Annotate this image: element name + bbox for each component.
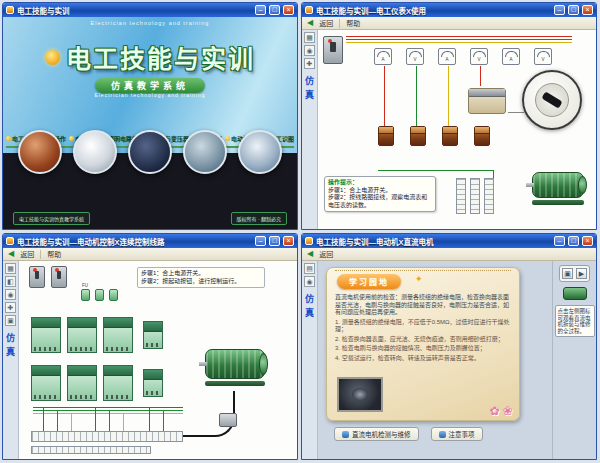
meter-voltmeter[interactable]: V	[534, 48, 552, 65]
tab-notes[interactable]: 注意事项	[431, 427, 483, 441]
tool-icon-grid[interactable]: ▦	[304, 32, 315, 43]
minimize-button[interactable]: –	[554, 5, 565, 15]
tool-icon-book[interactable]: ▤	[304, 263, 315, 274]
terminal-strip[interactable]	[484, 178, 494, 214]
motor[interactable]	[205, 349, 265, 391]
meter-ammeter[interactable]: A	[438, 48, 456, 65]
contactor-block[interactable]	[67, 317, 97, 353]
wire	[33, 413, 183, 414]
contactor-block[interactable]	[103, 317, 133, 353]
terminal-strip[interactable]	[470, 178, 480, 214]
paragraph: 2. 检查换向器表面，应光洁、无烧伤痕迹，否则用细砂纸打磨；	[335, 336, 513, 344]
contactor-block[interactable]	[67, 365, 97, 401]
photo-meter[interactable]	[73, 130, 117, 174]
window-meter-sim: 电工技能与实训—电工仪表X使用 – □ × ◀ 返回 帮助 ▦ ◉ ✚ 仿真	[301, 2, 597, 230]
contactor-block[interactable]	[31, 365, 61, 401]
photo-contactors[interactable]	[238, 130, 282, 174]
rotary-switch-device[interactable]	[468, 88, 506, 114]
wiring-canvas: A V A V A V	[318, 30, 596, 229]
wire	[33, 410, 183, 411]
power-switch[interactable]	[51, 266, 67, 288]
paragraph: 直流电机使用前的检查：测量各绕组的绝缘电阻，检查换向器表面是否光洁，电刷与换向器…	[335, 294, 513, 317]
minimize-button[interactable]: –	[255, 5, 266, 15]
relay-block[interactable]	[143, 369, 163, 397]
tool-icon-motor[interactable]: ◉	[304, 276, 315, 287]
maximize-button[interactable]: □	[568, 236, 579, 246]
minimize-button[interactable]: –	[554, 236, 565, 246]
back-button[interactable]: 返回	[319, 18, 333, 28]
learning-page: 学习园地 ✦ 直流电机使用前的检查：测量各绕组的绝缘电阻，检查换向器表面是否光洁…	[326, 267, 520, 421]
maximize-button[interactable]: □	[269, 5, 280, 15]
motor-photo[interactable]	[337, 377, 383, 412]
tool-icon-wire[interactable]: ✚	[304, 58, 315, 69]
photo-wires[interactable]	[18, 130, 62, 174]
photo-tools[interactable]	[128, 130, 172, 174]
terminal-strip[interactable]	[456, 178, 466, 214]
power-switch[interactable]	[29, 266, 45, 288]
power-switch[interactable]	[323, 36, 343, 64]
meter-ammeter[interactable]: A	[502, 48, 520, 65]
page-text: 直流电机使用前的检查：测量各绕组的绝缘电阻，检查换向器表面是否光洁，电刷与换向器…	[335, 294, 513, 364]
wire	[378, 170, 494, 171]
toolbar: ◀ 返回	[302, 248, 596, 261]
meter-voltmeter[interactable]: V	[470, 48, 488, 65]
photo-motor[interactable]	[183, 130, 227, 174]
bottom-tabs: 直流电机检测与维修 注意事项	[334, 427, 483, 441]
meter-ammeter[interactable]: A	[374, 48, 392, 65]
meter-voltmeter[interactable]: V	[406, 48, 424, 65]
back-button[interactable]: 返回	[319, 249, 333, 259]
tool-icon-button[interactable]: ◉	[5, 289, 16, 300]
close-button[interactable]: ×	[283, 236, 294, 246]
current-transformer[interactable]	[410, 126, 426, 146]
tool-icon-meter[interactable]: ◉	[304, 45, 315, 56]
close-button[interactable]: ×	[582, 5, 593, 15]
motor-thumbnail[interactable]	[563, 287, 587, 300]
zoom-view-button[interactable]: ▣	[562, 268, 573, 279]
titlebar[interactable]: 电工技能与实训—电工仪表X使用 – □ ×	[302, 3, 596, 17]
tab-maintenance[interactable]: 直流电机检测与维修	[334, 427, 419, 441]
wire	[448, 66, 449, 126]
tool-icon-motor[interactable]: ▣	[5, 315, 16, 326]
window-title: 电工技能与实训—电动机控制X连续控制线路	[17, 236, 252, 247]
help-button[interactable]: 帮助	[346, 18, 360, 28]
fuse[interactable]	[109, 289, 118, 301]
terminal-strip[interactable]	[31, 446, 151, 454]
tool-icon-wire[interactable]: ✚	[5, 302, 16, 313]
fuse[interactable]	[95, 289, 104, 301]
motor-body	[205, 349, 265, 379]
fuse[interactable]	[81, 289, 90, 301]
titlebar[interactable]: 电工技能与实训 – □ ×	[3, 3, 297, 17]
titlebar[interactable]: 电工技能与实训—电动机控制X连续控制线路 – □ ×	[3, 234, 297, 248]
back-button[interactable]: 返回	[20, 249, 34, 259]
contactor-block[interactable]	[31, 317, 61, 353]
step1-text: 步骤1：合上电源开关。	[141, 270, 204, 276]
minimize-button[interactable]: –	[255, 236, 266, 246]
wire	[416, 66, 417, 126]
titlebar[interactable]: 电工技能与实训—电动机X直流电机 – □ ×	[302, 234, 596, 248]
rotary-knob[interactable]	[541, 91, 562, 108]
junction-box	[219, 413, 237, 427]
close-button[interactable]: ×	[582, 236, 593, 246]
current-transformer[interactable]	[474, 126, 490, 146]
contactor-block[interactable]	[103, 365, 133, 401]
close-button[interactable]: ×	[283, 5, 294, 15]
relay-block[interactable]	[143, 321, 163, 349]
switch-lever[interactable]	[35, 271, 39, 279]
maximize-button[interactable]: □	[269, 236, 280, 246]
current-transformer[interactable]	[378, 126, 394, 146]
maximize-button[interactable]: □	[568, 5, 579, 15]
play-video-button[interactable]: ▶	[576, 268, 587, 279]
help-button[interactable]: 帮助	[47, 249, 61, 259]
terminal-strip[interactable]	[31, 431, 183, 442]
switch-lever[interactable]	[57, 271, 61, 279]
splash-footer: 电工技能与实训仿真教学系统 版权所有 · 翻制必究	[13, 212, 287, 225]
window-title: 电工技能与实训—电动机X直流电机	[316, 236, 551, 247]
current-transformer[interactable]	[442, 126, 458, 146]
tool-icon-contactor[interactable]: ◧	[5, 276, 16, 287]
switch-lever[interactable]	[330, 42, 335, 52]
motor[interactable]	[532, 172, 584, 208]
tool-icon-grid[interactable]: ▦	[5, 263, 16, 274]
english-caption-sub: Electrician technology and training	[3, 92, 297, 98]
toolbar-separator	[339, 19, 340, 28]
wiring-canvas: FU 步骤1：合上电源开关。 步骤2：按起动按钮，进行控制运行。	[19, 261, 297, 459]
